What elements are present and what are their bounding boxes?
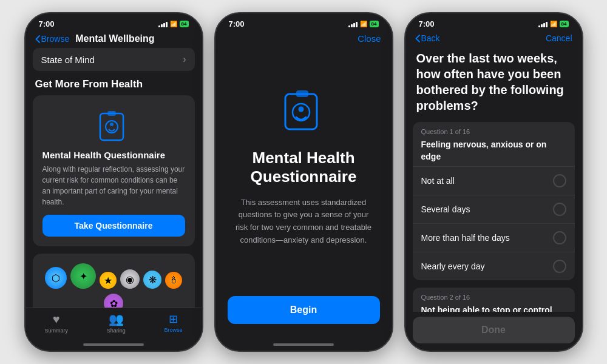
question-card-2: Question 2 of 16 Not being able to stop …: [413, 288, 575, 312]
q2-number: Question 2 of 16: [421, 294, 566, 301]
status-bar-1: 7:00 📶 84: [25, 13, 202, 31]
question-card-1: Question 1 of 16 Feeling nervous, anxiou…: [413, 122, 575, 280]
option-more-than-half-1[interactable]: More than half the days: [413, 223, 575, 252]
option-nearly-every-day-1[interactable]: Nearly every day: [413, 252, 575, 280]
card-title-mhq: Mental Health Questionnaire: [42, 150, 185, 160]
radio-not-at-all-1[interactable]: [553, 174, 566, 187]
browse-icon: ⊞: [169, 312, 178, 326]
nav-title-1: Mental Wellbeing: [75, 33, 154, 44]
home-bar-2: [273, 343, 334, 346]
back-button-1[interactable]: Browse: [35, 34, 70, 44]
take-questionnaire-button[interactable]: Take Questionnaire: [42, 215, 185, 237]
q1-text: Feeling nervous, anxious or on edge: [413, 138, 575, 166]
status-bar-2: 7:00 📶 84: [215, 13, 392, 31]
p3-nav: Back Cancel: [405, 31, 582, 47]
chevron-right-icon: ›: [183, 54, 186, 65]
p3-scroll: Question 1 of 16 Feeling nervous, anxiou…: [405, 122, 582, 312]
badge-yellow: ★: [100, 272, 117, 289]
battery-1: 84: [180, 21, 189, 27]
card-badges: ⬡ ✦ ★ ◉ ❋ 🕯 ✿: [33, 254, 195, 308]
q1-number: Question 1 of 16: [421, 128, 566, 135]
done-button[interactable]: Done: [413, 317, 575, 343]
section-title-1: Get More From Health: [25, 78, 202, 95]
screen-3: Back Cancel Over the last two weeks, how…: [405, 31, 582, 351]
status-time-1: 7:00: [39, 19, 55, 29]
state-of-mind-label: State of Mind: [41, 55, 95, 65]
p2-bottom: Begin: [215, 286, 392, 341]
badges-row: ⬡ ✦ ★ ◉ ❋ 🕯 ✿: [42, 263, 185, 308]
q2-text: Not being able to stop or control worryi…: [413, 303, 575, 312]
radio-more-than-half-1[interactable]: [553, 231, 566, 244]
option-label-several-days-1: Several days: [421, 204, 470, 214]
p2-content: Mental Health Questionnaire This assessm…: [215, 46, 392, 286]
q1-header: Question 1 of 16: [413, 122, 575, 138]
signal-icon-1: [158, 21, 168, 27]
option-several-days-1[interactable]: Several days: [413, 195, 575, 223]
card-mhq: Mental Health Questionnaire Along with r…: [33, 95, 195, 246]
radio-nearly-every-day-1[interactable]: [553, 260, 566, 273]
svg-point-7: [299, 107, 304, 112]
q2-header: Question 2 of 16: [413, 288, 575, 303]
card-desc-mhq: Along with regular reflection, assessing…: [42, 164, 185, 207]
nav-1: Browse Mental Wellbeing: [25, 31, 202, 48]
main-question: Over the last two weeks, how often have …: [405, 47, 582, 122]
badge-silver: ◉: [120, 269, 140, 289]
clipboard-brain-icon-2: [279, 86, 328, 134]
home-indicator-2: [215, 341, 392, 351]
status-icons-3: 📶 84: [538, 21, 569, 27]
badge-blue: ⬡: [45, 267, 67, 289]
heart-icon: ♥: [53, 312, 60, 326]
option-label-nearly-every-day-1: Nearly every day: [421, 261, 485, 271]
status-icons-1: 📶 84: [158, 21, 189, 27]
svg-point-6: [293, 104, 310, 121]
p2-header: Close: [215, 31, 392, 46]
wifi-icon-1: 📶: [170, 21, 177, 27]
status-time-3: 7:00: [419, 19, 435, 29]
home-indicator-1: [25, 341, 202, 351]
state-of-mind-row[interactable]: State of Mind ›: [33, 48, 195, 71]
home-bar-1: [83, 343, 144, 346]
svg-rect-5: [296, 90, 308, 97]
tab-browse[interactable]: ⊞ Browse: [164, 312, 183, 333]
p2-desc: This assessment uses standardized questi…: [234, 197, 374, 247]
battery-2: 84: [370, 21, 379, 27]
status-time-2: 7:00: [229, 19, 245, 29]
badge-teal: ❋: [143, 271, 161, 289]
screen-1: Browse Mental Wellbeing State of Mind › …: [25, 31, 202, 351]
wifi-icon-3: 📶: [550, 21, 557, 27]
option-label-more-than-half-1: More than half the days: [421, 233, 510, 243]
signal-icon-2: [348, 21, 358, 27]
svg-rect-0: [100, 113, 123, 140]
badge-purple: ✿: [104, 294, 123, 308]
p2-title: Mental Health Questionnaire: [234, 149, 374, 186]
option-label-not-at-all-1: Not at all: [421, 176, 455, 186]
status-icons-2: 📶 84: [348, 21, 379, 27]
signal-icon-3: [538, 21, 548, 27]
option-not-at-all-1[interactable]: Not at all: [413, 166, 575, 195]
begin-button[interactable]: Begin: [228, 296, 380, 324]
battery-3: 84: [560, 21, 569, 27]
status-bar-3: 7:00 📶 84: [405, 13, 582, 31]
phone-3: 7:00 📶 84 Back Cancel Over the last two …: [404, 12, 583, 352]
done-bar: Done: [405, 312, 582, 351]
phone-2: 7:00 📶 84 Close: [214, 12, 393, 352]
badge-green: ✦: [70, 263, 96, 289]
tab-browse-label: Browse: [164, 327, 183, 333]
badge-orange: 🕯: [165, 272, 182, 289]
tab-summary[interactable]: ♥ Summary: [44, 312, 68, 334]
clipboard-brain-icon: [94, 105, 133, 144]
back-button-3[interactable]: Back: [415, 33, 440, 43]
sharing-icon: 👥: [109, 312, 124, 326]
scroll-area-1: Mental Health Questionnaire Along with r…: [25, 95, 202, 308]
cancel-button-3[interactable]: Cancel: [546, 33, 572, 43]
wifi-icon-2: 📶: [360, 21, 367, 27]
tab-sharing[interactable]: 👥 Sharing: [107, 312, 126, 334]
tab-bar-1: ♥ Summary 👥 Sharing ⊞ Browse: [25, 308, 202, 341]
radio-several-days-1[interactable]: [553, 203, 566, 216]
phone-1: 7:00 📶 84 Browse Mental Wellbeing State …: [24, 12, 203, 352]
tab-summary-label: Summary: [44, 328, 68, 334]
tab-sharing-label: Sharing: [107, 328, 126, 334]
close-button-2[interactable]: Close: [358, 33, 381, 44]
svg-rect-1: [107, 111, 116, 116]
svg-point-3: [110, 123, 114, 126]
